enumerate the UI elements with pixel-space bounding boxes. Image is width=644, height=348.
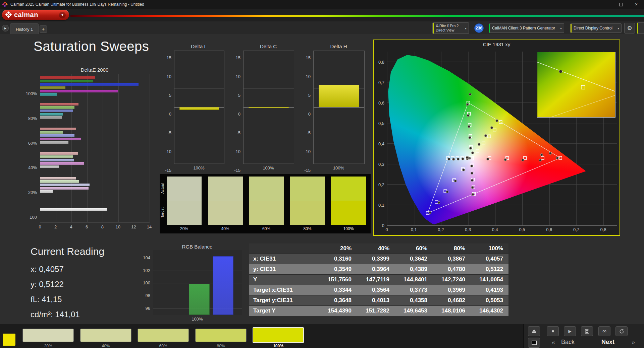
table-row: Target Y154,4390151,7282149,6453148,0106… xyxy=(249,306,508,316)
tab-history-1[interactable]: History 1 xyxy=(10,23,39,34)
x-tick-label: 0,5 xyxy=(519,227,525,232)
minimize-button[interactable]: – xyxy=(598,0,613,9)
gridline xyxy=(174,88,224,89)
delta-h-plot xyxy=(313,51,365,164)
rgb-bar-blue xyxy=(213,256,233,315)
deltae-2000-chart: DeltaE 2000 100%80%60%40%20%100 02468101… xyxy=(20,66,154,236)
saturation-swatch-80%[interactable] xyxy=(195,329,247,342)
reading-cdm2: cd/m²: 141,01 xyxy=(31,310,104,319)
x-tick-label: 2 xyxy=(54,224,57,229)
deltae-bar xyxy=(40,80,93,82)
cie-title: CIE 1931 xy xyxy=(374,42,620,47)
back-button[interactable]: Back xyxy=(561,339,575,346)
saturation-swatch-60%[interactable] xyxy=(138,329,189,342)
y-tick-label: 0 xyxy=(169,112,171,117)
meter-dropdown[interactable]: X-Rite i1Pro 2Direct View ▾ xyxy=(432,22,469,34)
eject-icon xyxy=(532,329,537,334)
bottom-bar: 20%40%60%80%100% ■ ▶ ∞ xyxy=(0,324,644,348)
table-row: Y151,7560147,7119144,8401142,7240141,005… xyxy=(249,275,508,285)
actual-swatch xyxy=(167,177,202,201)
back-chevron-icon[interactable]: « xyxy=(552,339,555,346)
y-tick-label: 15 xyxy=(306,55,311,60)
gridline xyxy=(103,74,103,222)
gridline xyxy=(87,74,88,222)
gridline xyxy=(244,70,294,70)
delta-bar xyxy=(319,85,359,107)
source-dropdown[interactable]: CalMAN Client 3 Pattern Generator ▾ xyxy=(489,23,564,33)
refresh-button[interactable] xyxy=(615,326,628,336)
window-title: Calman 2025 Calman Ultimate for Business… xyxy=(10,2,144,7)
target-swatch xyxy=(331,201,366,225)
y-tick-label: 15 xyxy=(236,55,240,60)
display-control-dropdown[interactable]: Direct Display Control ▾ xyxy=(570,23,622,33)
gridline xyxy=(56,74,56,222)
delta-bar xyxy=(249,107,289,108)
deltae-bar xyxy=(40,138,81,140)
cie-y-axis: 00,10,20,30,40,50,60,70,8 xyxy=(374,52,385,225)
y-tick-label: 0,4 xyxy=(378,141,384,146)
x-tick-label: 0,3 xyxy=(465,227,471,232)
next-chevron-icon[interactable]: » xyxy=(632,339,635,346)
stop-icon: ■ xyxy=(551,329,554,334)
edge-panel-button[interactable] xyxy=(637,22,644,34)
actual-target-swatch-panel: Actual Target 20%40%60%80%100% xyxy=(160,174,371,233)
table-cell: 151,7560 xyxy=(318,275,356,285)
collapse-arrow-button[interactable]: ▶ xyxy=(2,25,9,31)
group-label: 40% xyxy=(28,165,37,170)
x-tick-label: 6 xyxy=(86,224,88,229)
table-cell: 151,7282 xyxy=(356,306,394,316)
deltae-bar xyxy=(40,110,73,112)
target-swatch xyxy=(249,201,284,225)
deltae-bar xyxy=(40,131,63,134)
y-tick-label: 0 xyxy=(238,112,240,117)
saturation-swatch-40%[interactable] xyxy=(80,329,131,342)
next-button[interactable]: Next xyxy=(601,339,614,346)
gridline xyxy=(244,88,294,89)
saturation-swatch-label: 40% xyxy=(80,344,131,348)
deltae-bar xyxy=(40,208,107,211)
y-tick-label: 104 xyxy=(143,255,150,260)
delta-l-y-axis: 151050-5-10-15 xyxy=(162,51,173,163)
play-icon: ▶ xyxy=(568,329,571,334)
current-reading: Current Reading x: 0,4057 y: 0,5122 fL: … xyxy=(31,246,104,325)
deltae-bar xyxy=(40,83,139,86)
deltae-bar xyxy=(40,180,79,183)
swatch-column-label: 80% xyxy=(290,226,325,231)
chevron-down-icon: ▾ xyxy=(560,26,562,30)
table-cell: Target y:CIE31 xyxy=(249,295,318,305)
delta-l-title: Delta L xyxy=(174,44,224,49)
display-preview-button[interactable] xyxy=(528,338,540,348)
play-button[interactable]: ▶ xyxy=(564,326,576,336)
y-tick-label: -5 xyxy=(307,130,311,135)
close-button[interactable]: × xyxy=(629,0,644,9)
continuous-measure-button[interactable]: ∞ xyxy=(598,326,610,336)
saturation-swatch-100%[interactable] xyxy=(253,327,304,343)
tab-bar: ▶ History 1 + X-Rite i1Pro 2Direct View … xyxy=(0,21,644,34)
actual-swatch xyxy=(249,177,284,201)
stop-button[interactable]: ■ xyxy=(547,326,559,336)
rgb-balance-plot xyxy=(153,250,242,315)
gridline xyxy=(314,51,364,51)
saturation-swatch-20%[interactable] xyxy=(22,329,74,342)
meter-count-badge[interactable]: 236 xyxy=(474,23,484,33)
cie-zoom-inset xyxy=(537,52,615,118)
y-tick-label: 15 xyxy=(167,55,171,60)
add-tab-button[interactable]: + xyxy=(40,25,47,33)
x-tick-label: 0,6 xyxy=(546,227,552,232)
calman-menu-button[interactable]: calman ▾ xyxy=(2,10,69,20)
table-cell: 60% xyxy=(394,243,432,254)
table-cell: 0,3344 xyxy=(318,285,356,295)
restore-button[interactable] xyxy=(613,0,629,9)
table-cell: 0,4682 xyxy=(432,295,470,305)
title-bar: Calman 2025 Calman Ultimate for Business… xyxy=(0,0,644,9)
y-tick-label: -15 xyxy=(304,168,311,173)
x-tick-label: 0 xyxy=(39,224,41,229)
table-cell: 141,0054 xyxy=(470,275,508,285)
eject-button[interactable] xyxy=(528,326,540,336)
y-tick-label: 0,6 xyxy=(378,100,384,105)
gridline xyxy=(244,163,294,164)
save-button[interactable] xyxy=(581,326,593,336)
window-controls: – × xyxy=(598,0,644,9)
settings-button[interactable]: ⚙ xyxy=(624,23,635,33)
x-tick-label: 0,8 xyxy=(600,227,606,232)
